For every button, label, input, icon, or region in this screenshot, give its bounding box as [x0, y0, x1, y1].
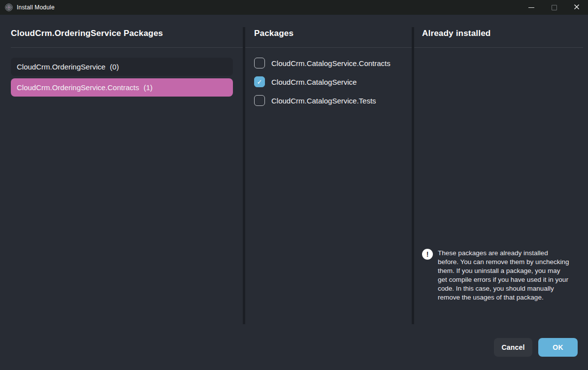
- package-label: CloudCrm.CatalogService.Contracts: [271, 59, 391, 67]
- package-checkbox[interactable]: [254, 76, 265, 87]
- module-item-count: (1): [143, 83, 152, 92]
- cancel-button[interactable]: Cancel: [494, 338, 532, 357]
- dialog-footer: Cancel OK: [494, 338, 578, 357]
- packages-column: Packages CloudCrm.CatalogService.Contrac…: [245, 15, 412, 370]
- window-controls: [520, 0, 588, 15]
- package-row[interactable]: CloudCrm.CatalogService.Tests: [254, 95, 412, 106]
- maximize-icon: [552, 5, 557, 10]
- info-note-text: These packages are already installed bef…: [438, 249, 570, 302]
- already-installed-column: Already installed ! These packages are a…: [414, 15, 588, 370]
- info-icon: !: [422, 249, 433, 260]
- packages-column-title: Packages: [245, 29, 412, 48]
- dialog-body: CloudCrm.OrderingService Packages CloudC…: [0, 15, 588, 370]
- titlebar: Install Module: [0, 0, 588, 15]
- modules-column-title: CloudCrm.OrderingService Packages: [11, 29, 243, 48]
- package-label: CloudCrm.CatalogService.Tests: [271, 97, 376, 105]
- minimize-icon: [528, 7, 534, 8]
- package-row[interactable]: CloudCrm.CatalogService.Contracts: [254, 58, 412, 68]
- info-note: ! These packages are already installed b…: [422, 249, 572, 302]
- module-item-label: CloudCrm.OrderingService: [17, 63, 105, 71]
- close-icon: [574, 4, 580, 11]
- module-item-label: CloudCrm.OrderingService.Contracts: [17, 83, 139, 92]
- maximize-button[interactable]: [543, 0, 565, 15]
- package-label: CloudCrm.CatalogService: [271, 78, 357, 86]
- module-item-orderingservice-contracts[interactable]: CloudCrm.OrderingService.Contracts (1): [11, 78, 233, 97]
- module-item-orderingservice[interactable]: CloudCrm.OrderingService (0): [11, 58, 233, 76]
- window-title: Install Module: [17, 4, 55, 11]
- modules-column: CloudCrm.OrderingService Packages CloudC…: [0, 15, 243, 370]
- modules-list: CloudCrm.OrderingService (0) CloudCrm.Or…: [11, 58, 243, 97]
- app-logo-icon: [5, 3, 13, 11]
- package-checkbox[interactable]: [254, 58, 265, 68]
- package-row[interactable]: CloudCrm.CatalogService: [254, 76, 412, 87]
- minimize-button[interactable]: [520, 0, 543, 15]
- module-item-count: (0): [110, 63, 119, 71]
- install-module-dialog: Install Module CloudCrm.OrderingService …: [0, 0, 588, 370]
- ok-button[interactable]: OK: [538, 338, 578, 357]
- package-checkbox[interactable]: [254, 95, 265, 106]
- packages-list: CloudCrm.CatalogService.Contracts CloudC…: [245, 58, 412, 106]
- already-installed-title: Already installed: [414, 29, 583, 48]
- close-button[interactable]: [565, 0, 588, 15]
